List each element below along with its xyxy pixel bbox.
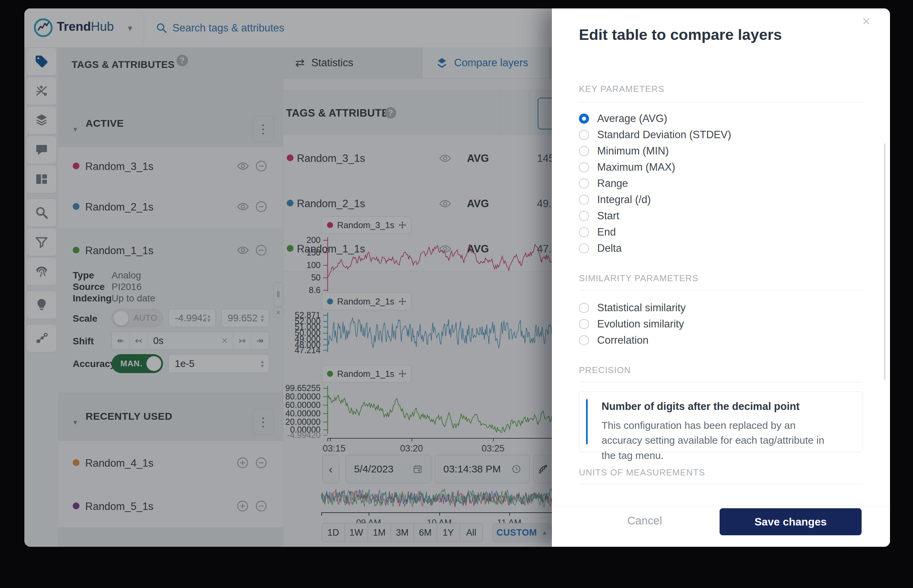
modal-footer: Cancel Save changes <box>552 506 890 547</box>
radio-integral[interactable]: Integral (/d) <box>579 192 731 208</box>
radio-icon[interactable] <box>579 243 589 254</box>
radio-icon[interactable] <box>579 162 589 172</box>
divider <box>579 484 863 484</box>
radio-icon[interactable] <box>579 130 589 140</box>
modal-scrollbar[interactable] <box>884 143 885 380</box>
radio-statistical-similarity[interactable]: Statistical similarity <box>579 300 686 316</box>
divider <box>579 102 863 102</box>
radio-icon[interactable] <box>579 227 589 237</box>
radio-evolution-similarity[interactable]: Evolution similarity <box>579 316 686 332</box>
radio-start[interactable]: Start <box>579 208 731 224</box>
radio-icon[interactable] <box>579 319 589 329</box>
radio-end[interactable]: End <box>579 224 731 240</box>
card-body: This configuration has been replaced by … <box>602 418 838 463</box>
radio-icon[interactable] <box>579 303 589 313</box>
divider <box>579 382 863 382</box>
radio-correlation[interactable]: Correlation <box>579 332 686 348</box>
radio-icon[interactable] <box>579 146 589 156</box>
card-title: Number of digits after the decimal point <box>602 401 800 413</box>
screenshot: TrendHub ▾ Search tags & attributes <box>0 0 913 588</box>
key-parameters-list: Average (AVG) Standard Deviation (STDEV)… <box>579 110 731 257</box>
similarity-parameters-label: SIMILARITY PARAMETERS <box>579 273 699 284</box>
radio-stdev[interactable]: Standard Deviation (STDEV) <box>579 127 731 143</box>
radio-min[interactable]: Minimum (MIN) <box>579 143 731 159</box>
similarity-parameters-list: Statistical similarity Evolution similar… <box>579 300 686 348</box>
precision-label: PRECISION <box>579 365 631 375</box>
precision-info-card: Number of digits after the decimal point… <box>579 391 863 452</box>
modal-title: Edit table to compare layers <box>579 26 782 44</box>
radio-range[interactable]: Range <box>579 175 731 192</box>
key-parameters-label: KEY PARAMETERS <box>579 84 664 94</box>
radio-icon[interactable] <box>579 195 589 205</box>
radio-average[interactable]: Average (AVG) <box>579 110 731 127</box>
cancel-button[interactable]: Cancel <box>627 514 662 527</box>
radio-icon[interactable] <box>579 211 589 221</box>
radio-selected-icon[interactable] <box>579 113 589 124</box>
radio-icon[interactable] <box>579 178 589 189</box>
save-changes-button[interactable]: Save changes <box>720 508 861 535</box>
close-icon[interactable]: × <box>862 13 870 29</box>
radio-max[interactable]: Maximum (MAX) <box>579 159 731 175</box>
edit-table-modal: × Edit table to compare layers KEY PARAM… <box>552 8 890 547</box>
app-window: TrendHub ▾ Search tags & attributes <box>24 8 890 547</box>
radio-delta[interactable]: Delta <box>579 240 731 257</box>
divider <box>579 290 863 290</box>
radio-icon[interactable] <box>579 335 589 346</box>
units-label: UNITS OF MEASUREMENTS <box>579 467 705 478</box>
